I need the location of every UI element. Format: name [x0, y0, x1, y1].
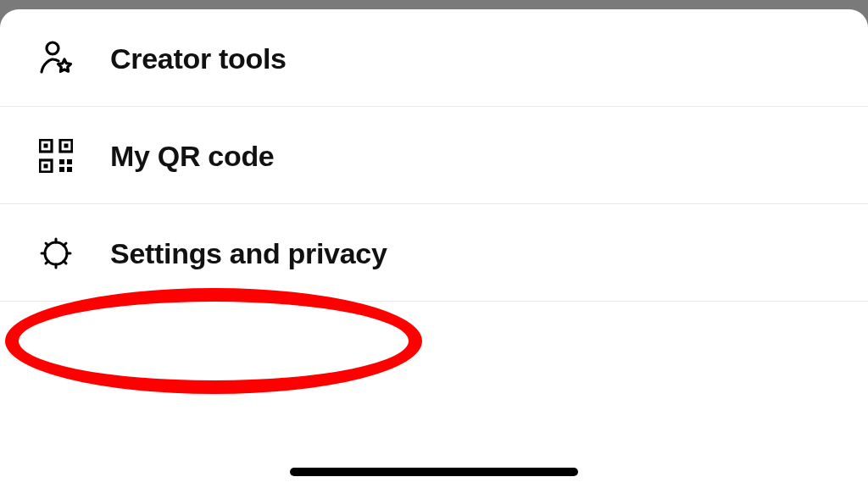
menu-item-creator-tools[interactable]: Creator tools: [0, 9, 868, 107]
bottom-sheet: Creator tools My QR code: [0, 9, 868, 488]
svg-rect-7: [59, 159, 64, 164]
svg-point-0: [47, 42, 58, 54]
gear-icon: [37, 235, 75, 272]
svg-rect-6: [44, 164, 48, 169]
svg-rect-9: [59, 167, 64, 172]
svg-line-16: [46, 243, 48, 246]
svg-line-18: [46, 261, 48, 263]
menu-item-label: My QR code: [110, 140, 274, 173]
svg-line-19: [64, 243, 66, 246]
svg-rect-10: [67, 167, 72, 172]
qr-code-icon: [37, 137, 75, 175]
home-indicator: [290, 468, 578, 476]
menu-item-qr-code[interactable]: My QR code: [0, 107, 868, 204]
svg-rect-4: [64, 144, 69, 148]
menu-item-settings-privacy[interactable]: Settings and privacy: [0, 204, 868, 302]
person-star-icon: [37, 40, 75, 77]
svg-rect-2: [44, 144, 48, 148]
svg-rect-8: [67, 159, 72, 164]
annotation-highlight-ellipse: [5, 288, 422, 394]
svg-line-17: [64, 261, 66, 263]
menu-item-label: Creator tools: [110, 42, 287, 75]
menu-item-label: Settings and privacy: [110, 237, 387, 270]
